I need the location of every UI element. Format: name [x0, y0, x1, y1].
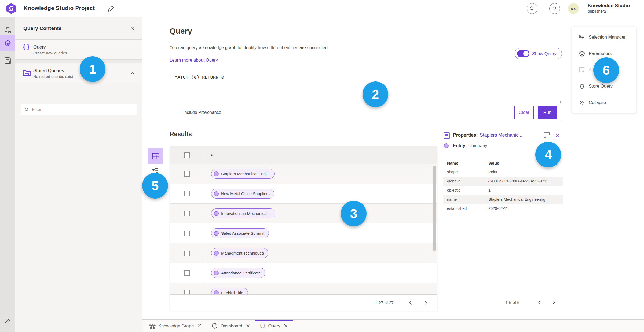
results-prev-page-chevron-icon[interactable]: [405, 297, 416, 308]
results-rows-viewport: Staplers Mechanical Engi... New Metal Of…: [170, 164, 437, 295]
entity-dot-icon: [214, 251, 219, 256]
properties-entity-link[interactable]: Staplers Mechanic...: [480, 132, 522, 138]
show-query-label: Show Query: [532, 51, 557, 56]
row-checkbox[interactable]: [184, 270, 190, 276]
edit-title-pencil-icon[interactable]: [108, 5, 114, 12]
stored-queries-folder-icon: [23, 69, 31, 76]
contents-panel-close-icon[interactable]: [129, 25, 135, 31]
row-checkbox[interactable]: [184, 191, 190, 196]
row-checkbox[interactable]: [184, 231, 190, 236]
filter-search-icon: [24, 107, 29, 112]
properties-prev-page-chevron-icon[interactable]: [534, 297, 545, 308]
clear-button[interactable]: Clear: [514, 106, 534, 119]
include-provenance-label: Include Provenance: [183, 110, 221, 115]
entity-pill[interactable]: Staplers Mechanical Engi...: [211, 169, 275, 179]
callout-badge-1: 1: [80, 56, 105, 82]
row-checkbox[interactable]: [184, 171, 190, 177]
select-all-checkbox[interactable]: [184, 152, 190, 158]
panel-item-stored-queries[interactable]: Stored Queries No stored queries exist: [15, 63, 142, 83]
bottom-tab-bar: Knowledge Graph Dashboard { } Query: [142, 319, 644, 332]
entity-pill-label: Attendance Certificate: [221, 271, 261, 275]
account-info[interactable]: Knowledge Studio publisher2: [588, 3, 630, 14]
rail-item-save[interactable]: [0, 53, 15, 68]
results-table-header: e: [170, 146, 437, 164]
help-button[interactable]: ?: [549, 3, 560, 14]
tab-close-icon[interactable]: [246, 323, 250, 328]
entity-pill[interactable]: Innovations in Mechanical...: [211, 208, 275, 218]
add-to-selection-icon[interactable]: [543, 132, 550, 139]
user-avatar[interactable]: KS: [568, 3, 579, 14]
properties-next-page-chevron-icon[interactable]: [548, 297, 559, 308]
entity-pill-label: Firebird Title: [221, 290, 243, 295]
expand-rail-button[interactable]: [2, 316, 13, 326]
callout-badge-6: 6: [593, 57, 619, 83]
property-name: globalid: [447, 179, 488, 183]
panel-item-query[interactable]: { } Query Create new queries: [15, 40, 142, 60]
search-icon: [529, 6, 535, 11]
properties-table: Name Value shape Point globalid {5D9B471…: [443, 159, 564, 213]
selection-manager-icon: [579, 34, 586, 40]
entity-pill[interactable]: Firebird Title: [211, 288, 248, 295]
properties-close-icon[interactable]: [555, 133, 560, 138]
property-row: established 2020-02-11: [443, 204, 564, 213]
tab-query-active[interactable]: { } Query: [255, 320, 293, 332]
property-row: name Staplers Mechanical Engineering: [443, 195, 564, 204]
entity-pill[interactable]: New Metal Office Suppliers: [211, 189, 274, 199]
include-provenance-checkbox[interactable]: [175, 110, 180, 115]
property-value: 1: [488, 188, 491, 192]
tab-knowledge-graph[interactable]: Knowledge Graph: [144, 320, 207, 332]
search-button[interactable]: [527, 3, 537, 14]
account-name: Knowledge Studio: [588, 3, 630, 9]
entity-dot-icon: [444, 143, 449, 148]
table-row: Attendance Certificate: [170, 263, 437, 283]
entity-pill[interactable]: Managment Techniques: [211, 248, 268, 258]
property-name: established: [447, 206, 488, 211]
learn-more-link[interactable]: Learn more about Query: [170, 58, 218, 63]
tab-label: Query: [268, 323, 280, 329]
gear-icon: [579, 50, 586, 57]
show-query-toggle[interactable]: Show Query: [515, 48, 562, 59]
results-scrollbar-thumb[interactable]: [433, 166, 436, 251]
curly-braces-icon: { }: [23, 43, 30, 50]
results-title: Results: [170, 130, 192, 138]
property-name: objectid: [447, 188, 488, 192]
query-page-title: Query: [170, 27, 192, 36]
menu-item-selection-manager[interactable]: Selection Manager: [572, 29, 636, 45]
property-row: shape Point: [443, 167, 564, 177]
entity-label: Entity:: [453, 143, 467, 148]
square-plus-icon: [579, 67, 586, 73]
tab-close-icon[interactable]: [197, 323, 202, 328]
layers-icon: [4, 40, 11, 47]
link-chart-view-button[interactable]: [151, 166, 160, 174]
stored-queries-filter[interactable]: [21, 104, 137, 115]
row-checkbox[interactable]: [184, 211, 190, 216]
entity-pill[interactable]: Sales Associate Summit: [211, 228, 269, 238]
query-description: You can query a knowledge graph to ident…: [170, 45, 329, 50]
project-title: Knowledge Studio Project: [24, 5, 95, 11]
column-header-e: e: [204, 153, 214, 158]
tab-close-icon[interactable]: [283, 323, 288, 328]
double-chevron-right-icon: [579, 100, 586, 105]
toggle-track[interactable]: [517, 50, 529, 57]
row-checkbox[interactable]: [184, 290, 190, 295]
collapse-section-chevron-icon[interactable]: [130, 72, 135, 75]
tab-dashboard[interactable]: Dashboard: [207, 320, 255, 332]
property-value: Staplers Mechanical Engineering: [488, 197, 545, 202]
results-scrollbar-track[interactable]: [431, 146, 437, 295]
filter-input[interactable]: [32, 107, 133, 112]
left-icon-rail: [0, 17, 15, 332]
menu-item-collapse[interactable]: Collapse: [572, 94, 636, 111]
panel-gap: [15, 60, 142, 63]
menu-item-label: Parameters: [589, 51, 612, 56]
rail-item-contents-selected[interactable]: [0, 35, 15, 51]
run-button[interactable]: Run: [538, 106, 557, 119]
app-logo-icon[interactable]: [5, 3, 17, 14]
entity-pill[interactable]: Attendance Certificate: [211, 268, 265, 278]
table-view-button[interactable]: [148, 148, 163, 164]
results-next-page-chevron-icon[interactable]: [420, 297, 431, 308]
row-checkbox[interactable]: [184, 251, 190, 256]
entity-pill-label: Sales Associate Summit: [221, 231, 264, 236]
tab-label: Knowledge Graph: [158, 323, 194, 329]
results-pagination: 1-27 of 27: [170, 294, 437, 311]
query-toolbar: Include Provenance Clear Run: [170, 103, 562, 122]
